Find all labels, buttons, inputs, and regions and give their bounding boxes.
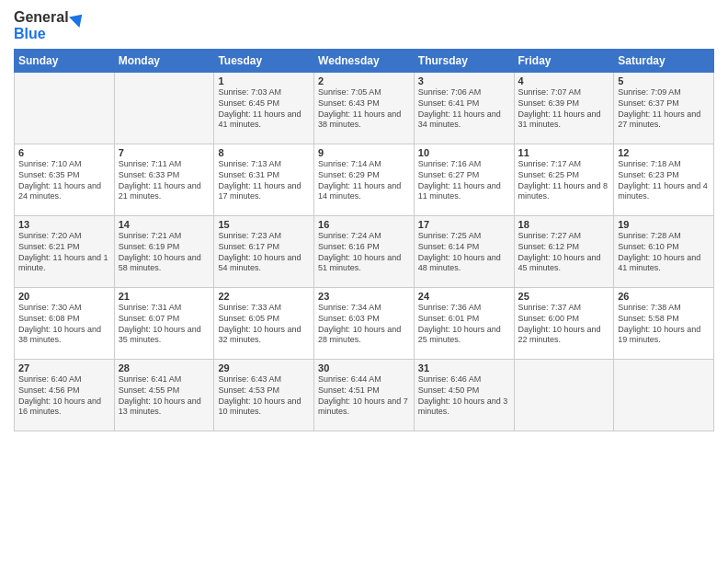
day-number: 30 xyxy=(318,362,410,373)
calendar-cell: 2Sunrise: 7:05 AM Sunset: 6:43 PM Daylig… xyxy=(314,73,415,144)
day-number: 24 xyxy=(418,291,510,302)
cell-content: Sunrise: 7:21 AM Sunset: 6:19 PM Dayligh… xyxy=(119,231,210,274)
day-number: 26 xyxy=(618,291,710,302)
cell-content: Sunrise: 6:44 AM Sunset: 4:51 PM Dayligh… xyxy=(318,374,410,418)
day-number: 19 xyxy=(618,219,710,230)
cell-content: Sunrise: 7:24 AM Sunset: 6:16 PM Dayligh… xyxy=(318,231,410,274)
day-number: 14 xyxy=(119,219,210,230)
calendar-cell: 15Sunrise: 7:23 AM Sunset: 6:17 PM Dayli… xyxy=(214,216,314,288)
calendar-cell: 26Sunrise: 7:38 AM Sunset: 5:58 PM Dayli… xyxy=(614,288,714,360)
day-number: 22 xyxy=(218,291,310,302)
calendar-cell: 28Sunrise: 6:41 AM Sunset: 4:55 PM Dayli… xyxy=(114,360,214,431)
calendar-cell: 4Sunrise: 7:07 AM Sunset: 6:39 PM Daylig… xyxy=(514,73,614,144)
calendar-cell: 12Sunrise: 7:18 AM Sunset: 6:23 PM Dayli… xyxy=(614,144,714,216)
cell-content: Sunrise: 7:09 AM Sunset: 6:37 PM Dayligh… xyxy=(618,87,710,131)
calendar-cell: 13Sunrise: 7:20 AM Sunset: 6:21 PM Dayli… xyxy=(15,216,115,288)
calendar-cell: 21Sunrise: 7:31 AM Sunset: 6:07 PM Dayli… xyxy=(114,288,214,360)
cell-content: Sunrise: 7:14 AM Sunset: 6:29 PM Dayligh… xyxy=(318,159,410,202)
calendar-cell: 20Sunrise: 7:30 AM Sunset: 6:08 PM Dayli… xyxy=(15,288,115,360)
cell-content: Sunrise: 7:05 AM Sunset: 6:43 PM Dayligh… xyxy=(318,87,410,131)
cell-content: Sunrise: 7:16 AM Sunset: 6:27 PM Dayligh… xyxy=(418,159,510,202)
calendar-cell: 10Sunrise: 7:16 AM Sunset: 6:27 PM Dayli… xyxy=(414,144,514,216)
calendar-cell xyxy=(514,360,614,431)
day-number: 23 xyxy=(318,291,410,302)
day-header-tuesday: Tuesday xyxy=(214,50,314,73)
day-number: 1 xyxy=(218,75,310,86)
cell-content: Sunrise: 7:30 AM Sunset: 6:08 PM Dayligh… xyxy=(18,303,110,346)
day-number: 11 xyxy=(518,147,610,158)
cell-content: Sunrise: 7:07 AM Sunset: 6:39 PM Dayligh… xyxy=(518,87,610,131)
cell-content: Sunrise: 7:37 AM Sunset: 6:00 PM Dayligh… xyxy=(518,303,610,346)
day-number: 10 xyxy=(418,147,510,158)
day-number: 7 xyxy=(119,147,210,158)
week-row-2: 6Sunrise: 7:10 AM Sunset: 6:35 PM Daylig… xyxy=(15,144,714,216)
calendar-cell xyxy=(614,360,714,431)
day-number: 27 xyxy=(18,362,110,373)
calendar-cell: 11Sunrise: 7:17 AM Sunset: 6:25 PM Dayli… xyxy=(514,144,614,216)
cell-content: Sunrise: 7:25 AM Sunset: 6:14 PM Dayligh… xyxy=(418,231,510,274)
week-row-4: 20Sunrise: 7:30 AM Sunset: 6:08 PM Dayli… xyxy=(15,288,714,360)
calendar-cell: 24Sunrise: 7:36 AM Sunset: 6:01 PM Dayli… xyxy=(414,288,514,360)
cell-content: Sunrise: 7:06 AM Sunset: 6:41 PM Dayligh… xyxy=(418,87,510,131)
day-number: 20 xyxy=(18,291,110,302)
cell-content: Sunrise: 7:10 AM Sunset: 6:35 PM Dayligh… xyxy=(18,159,110,202)
calendar-cell: 29Sunrise: 6:43 AM Sunset: 4:53 PM Dayli… xyxy=(214,360,314,431)
day-number: 21 xyxy=(119,291,210,302)
calendar-cell: 18Sunrise: 7:27 AM Sunset: 6:12 PM Dayli… xyxy=(514,216,614,288)
day-number: 2 xyxy=(318,75,410,86)
day-number: 29 xyxy=(218,362,310,373)
cell-content: Sunrise: 7:18 AM Sunset: 6:23 PM Dayligh… xyxy=(618,159,710,202)
day-header-sunday: Sunday xyxy=(15,50,115,73)
calendar-cell: 3Sunrise: 7:06 AM Sunset: 6:41 PM Daylig… xyxy=(414,73,514,144)
cell-content: Sunrise: 7:33 AM Sunset: 6:05 PM Dayligh… xyxy=(218,303,310,346)
calendar-cell: 16Sunrise: 7:24 AM Sunset: 6:16 PM Dayli… xyxy=(314,216,415,288)
day-number: 17 xyxy=(418,219,510,230)
calendar-cell xyxy=(15,73,115,144)
day-number: 15 xyxy=(218,219,310,230)
cell-content: Sunrise: 7:13 AM Sunset: 6:31 PM Dayligh… xyxy=(218,159,310,202)
calendar-cell: 31Sunrise: 6:46 AM Sunset: 4:50 PM Dayli… xyxy=(414,360,514,431)
cell-content: Sunrise: 7:36 AM Sunset: 6:01 PM Dayligh… xyxy=(418,303,510,346)
day-number: 18 xyxy=(518,219,610,230)
calendar-cell: 23Sunrise: 7:34 AM Sunset: 6:03 PM Dayli… xyxy=(314,288,415,360)
day-number: 16 xyxy=(318,219,410,230)
week-row-5: 27Sunrise: 6:40 AM Sunset: 4:56 PM Dayli… xyxy=(15,360,714,431)
calendar-cell: 1Sunrise: 7:03 AM Sunset: 6:45 PM Daylig… xyxy=(214,73,314,144)
calendar-cell: 9Sunrise: 7:14 AM Sunset: 6:29 PM Daylig… xyxy=(314,144,415,216)
cell-content: Sunrise: 7:27 AM Sunset: 6:12 PM Dayligh… xyxy=(518,231,610,274)
calendar-cell: 7Sunrise: 7:11 AM Sunset: 6:33 PM Daylig… xyxy=(114,144,214,216)
calendar-cell: 8Sunrise: 7:13 AM Sunset: 6:31 PM Daylig… xyxy=(214,144,314,216)
week-row-3: 13Sunrise: 7:20 AM Sunset: 6:21 PM Dayli… xyxy=(15,216,714,288)
cell-content: Sunrise: 6:43 AM Sunset: 4:53 PM Dayligh… xyxy=(218,374,310,418)
day-number: 3 xyxy=(418,75,510,86)
week-row-1: 1Sunrise: 7:03 AM Sunset: 6:45 PM Daylig… xyxy=(15,73,714,144)
calendar-table: SundayMondayTuesdayWednesdayThursdayFrid… xyxy=(14,49,714,431)
cell-content: Sunrise: 7:23 AM Sunset: 6:17 PM Dayligh… xyxy=(218,231,310,274)
day-number: 31 xyxy=(418,362,510,373)
cell-content: Sunrise: 6:41 AM Sunset: 4:55 PM Dayligh… xyxy=(119,374,210,418)
calendar-cell: 6Sunrise: 7:10 AM Sunset: 6:35 PM Daylig… xyxy=(15,144,115,216)
cell-content: Sunrise: 7:38 AM Sunset: 5:58 PM Dayligh… xyxy=(618,303,710,346)
calendar-cell: 22Sunrise: 7:33 AM Sunset: 6:05 PM Dayli… xyxy=(214,288,314,360)
day-number: 12 xyxy=(618,147,710,158)
day-header-thursday: Thursday xyxy=(414,50,514,73)
calendar-cell: 19Sunrise: 7:28 AM Sunset: 6:10 PM Dayli… xyxy=(614,216,714,288)
day-header-friday: Friday xyxy=(514,50,614,73)
cell-content: Sunrise: 7:34 AM Sunset: 6:03 PM Dayligh… xyxy=(318,303,410,346)
day-header-wednesday: Wednesday xyxy=(314,50,415,73)
day-number: 13 xyxy=(18,219,110,230)
calendar-cell: 25Sunrise: 7:37 AM Sunset: 6:00 PM Dayli… xyxy=(514,288,614,360)
cell-content: Sunrise: 7:31 AM Sunset: 6:07 PM Dayligh… xyxy=(119,303,210,346)
day-number: 5 xyxy=(618,75,710,86)
logo-general: General xyxy=(14,9,85,26)
cell-content: Sunrise: 6:40 AM Sunset: 4:56 PM Dayligh… xyxy=(18,374,110,418)
calendar-cell: 5Sunrise: 7:09 AM Sunset: 6:37 PM Daylig… xyxy=(614,73,714,144)
cell-content: Sunrise: 7:03 AM Sunset: 6:45 PM Dayligh… xyxy=(218,87,310,131)
day-number: 8 xyxy=(218,147,310,158)
logo-blue: Blue xyxy=(14,26,85,42)
day-number: 28 xyxy=(119,362,210,373)
cell-content: Sunrise: 7:11 AM Sunset: 6:33 PM Dayligh… xyxy=(119,159,210,202)
day-number: 4 xyxy=(518,75,610,86)
calendar-cell: 14Sunrise: 7:21 AM Sunset: 6:19 PM Dayli… xyxy=(114,216,214,288)
calendar-cell: 30Sunrise: 6:44 AM Sunset: 4:51 PM Dayli… xyxy=(314,360,415,431)
